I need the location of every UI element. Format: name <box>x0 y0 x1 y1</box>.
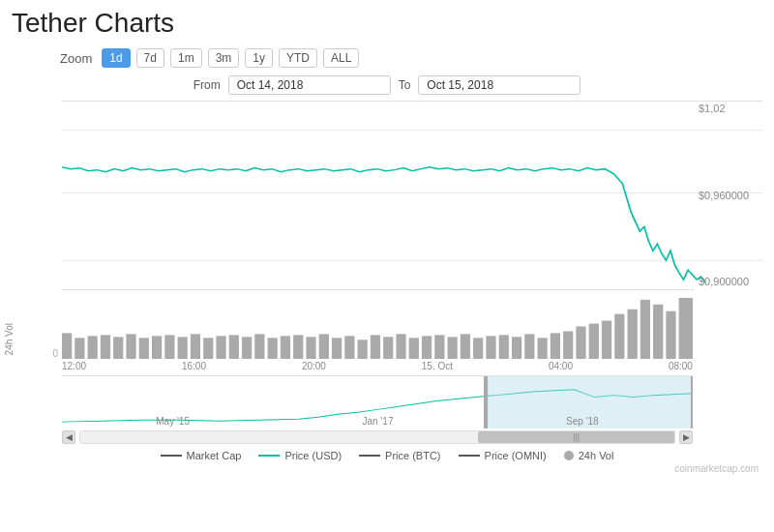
y-axis-price-labels: $1,02 $0,960000 $0,900000 <box>695 101 762 289</box>
svg-rect-13 <box>191 334 200 359</box>
to-date-input[interactable] <box>418 75 580 95</box>
svg-rect-35 <box>473 338 483 359</box>
svg-rect-31 <box>422 336 432 359</box>
svg-rect-14 <box>203 338 213 359</box>
svg-rect-25 <box>344 336 354 359</box>
legend-price-btc-line <box>359 455 380 457</box>
legend-24h-vol-label: 24h Vol <box>579 450 614 461</box>
zoom-1d[interactable]: 1d <box>102 48 130 68</box>
svg-rect-18 <box>254 334 264 359</box>
zoom-1m[interactable]: 1m <box>170 48 202 68</box>
vol-axis-label: 24h Vol <box>4 323 15 355</box>
svg-rect-40 <box>538 338 548 359</box>
svg-rect-8 <box>126 334 135 359</box>
svg-rect-49 <box>653 305 663 359</box>
page-title: Tether Charts <box>12 8 762 39</box>
legend-market-cap-line <box>161 455 182 457</box>
vol-y-bottom: 0 <box>52 348 58 359</box>
zoom-7d[interactable]: 7d <box>136 48 164 68</box>
svg-rect-6 <box>101 335 110 359</box>
volume-chart <box>62 289 695 359</box>
svg-rect-9 <box>139 338 149 359</box>
svg-rect-44 <box>589 324 599 359</box>
legend-market-cap: Market Cap <box>161 450 242 461</box>
svg-rect-48 <box>640 300 650 359</box>
y-price-low: $0,900000 <box>699 276 759 287</box>
svg-rect-29 <box>396 334 405 359</box>
svg-rect-28 <box>383 337 393 359</box>
legend-price-usd: Price (USD) <box>258 450 342 461</box>
y-price-high: $1,02 <box>699 103 759 114</box>
svg-rect-41 <box>551 333 560 359</box>
svg-rect-23 <box>319 334 329 359</box>
svg-rect-30 <box>409 338 419 359</box>
overview-label-2: Jan '17 <box>363 416 394 427</box>
legend-price-btc: Price (BTC) <box>359 450 440 461</box>
svg-rect-12 <box>178 337 188 359</box>
svg-rect-39 <box>524 334 534 359</box>
legend-24h-vol: 24h Vol <box>564 450 614 461</box>
zoom-ytd[interactable]: YTD <box>279 48 317 68</box>
scroll-right-arrow[interactable]: ▶ <box>679 430 693 444</box>
from-date-input[interactable] <box>228 75 391 95</box>
svg-rect-24 <box>332 338 342 359</box>
svg-rect-11 <box>164 335 174 359</box>
svg-rect-47 <box>628 310 638 359</box>
svg-rect-36 <box>486 336 495 359</box>
svg-rect-7 <box>113 337 123 359</box>
svg-rect-34 <box>461 334 470 359</box>
svg-rect-33 <box>448 337 458 359</box>
x-label-6: 08:00 <box>669 361 693 371</box>
legend-24h-vol-dot <box>564 451 574 460</box>
x-label-1: 12:00 <box>62 361 86 371</box>
overview-label-3: Sep '18 <box>566 416 599 427</box>
legend-price-omni: Price (OMNI) <box>459 450 547 461</box>
legend-price-omni-line <box>459 455 480 457</box>
svg-rect-21 <box>293 335 303 359</box>
chart-legend: Market Cap Price (USD) Price (BTC) Price… <box>12 450 762 461</box>
svg-rect-22 <box>306 337 315 359</box>
svg-rect-15 <box>216 336 225 359</box>
svg-rect-5 <box>88 336 98 359</box>
zoom-all[interactable]: ALL <box>323 48 359 68</box>
svg-rect-19 <box>268 338 278 359</box>
svg-rect-26 <box>358 340 368 359</box>
watermark: coinmarketcap.com <box>12 463 759 474</box>
svg-rect-45 <box>602 321 611 359</box>
legend-price-usd-line <box>258 455 280 457</box>
svg-rect-51 <box>679 298 693 359</box>
svg-rect-20 <box>281 336 290 359</box>
legend-price-omni-label: Price (OMNI) <box>485 450 547 461</box>
legend-market-cap-label: Market Cap <box>187 450 242 461</box>
x-label-2: 16:00 <box>182 361 206 371</box>
zoom-1y[interactable]: 1y <box>245 48 273 68</box>
svg-rect-27 <box>371 335 380 359</box>
scrollbar-row: ◀ ||| ▶ <box>62 430 693 444</box>
svg-rect-46 <box>614 314 624 359</box>
svg-rect-17 <box>242 337 252 359</box>
svg-rect-10 <box>152 336 162 359</box>
legend-price-usd-label: Price (USD) <box>284 450 342 461</box>
zoom-3m[interactable]: 3m <box>208 48 240 68</box>
svg-rect-42 <box>563 331 573 359</box>
legend-price-btc-label: Price (BTC) <box>385 450 440 461</box>
x-label-4: 15. Oct <box>422 361 453 371</box>
scrollbar-track[interactable]: ||| <box>79 430 675 444</box>
y-price-mid: $0,960000 <box>699 190 759 201</box>
scroll-left-arrow[interactable]: ◀ <box>62 430 75 444</box>
to-label: To <box>399 78 411 92</box>
overview-label-1: May '15 <box>156 416 190 427</box>
scrollbar-thumb[interactable]: ||| <box>478 431 674 443</box>
svg-rect-43 <box>576 326 585 359</box>
zoom-label: Zoom <box>60 51 92 66</box>
x-label-5: 04:00 <box>549 361 573 371</box>
svg-rect-4 <box>74 338 84 359</box>
svg-rect-38 <box>512 337 521 359</box>
overview-chart: May '15 Jan '17 Sep '18 <box>62 375 693 429</box>
from-label: From <box>194 78 221 92</box>
x-axis-labels: 12:00 16:00 20:00 15. Oct 04:00 08:00 <box>12 359 762 371</box>
svg-rect-37 <box>499 335 509 359</box>
zoom-controls: Zoom 1d 7d 1m 3m 1y YTD ALL <box>60 48 762 68</box>
svg-rect-32 <box>434 335 444 359</box>
chart-area: $1,02 $0,960000 $0,900000 Price (USD) 0 <box>12 101 762 444</box>
